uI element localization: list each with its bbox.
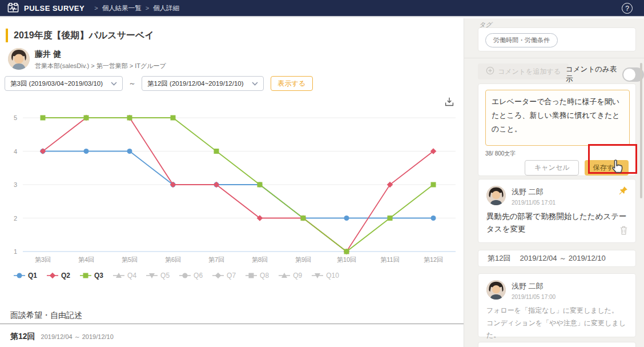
tag-pill[interactable]: 労働時間・労働条件 — [485, 33, 558, 47]
period-dates: 2019/12/04 ～ 2019/12/10 — [41, 333, 114, 341]
legend-item-q2[interactable]: Q2 — [47, 272, 70, 280]
top-navbar: PULSE SURVEY > 個人結果一覧 > 個人詳細 ? — [0, 0, 644, 17]
page-title: 2019年度【後期】パルスサーベイ — [14, 30, 154, 42]
comment-timestamp: 2019/11/05 17:01 — [512, 200, 556, 206]
cancel-button[interactable]: キャンセル — [525, 160, 579, 176]
legend-item-q5[interactable]: Q5 — [146, 272, 170, 280]
legend-label: Q10 — [326, 272, 339, 280]
comment-card: 浅野 二郎 2019/11/05 17:00 フォローを「指定なし」に変更しまし… — [478, 273, 636, 337]
comment-textarea[interactable]: エレベーターで合った時に様子を聞いたところ、新しい業務に慣れてきたとのこと。 — [485, 90, 630, 146]
comment-author-avatar — [486, 186, 506, 205]
pulse-survey-app: PULSE SURVEY > 個人結果一覧 > 個人詳細 ? 2019年度【後期… — [0, 0, 644, 347]
legend-marker-icon — [212, 272, 224, 279]
range-tilde: ～ — [128, 78, 136, 89]
chart-point-Q3 — [257, 182, 263, 188]
legend-marker-icon — [179, 272, 191, 279]
x-tick-label: 第3回 — [35, 256, 51, 263]
legend-item-q4[interactable]: Q4 — [113, 272, 136, 280]
chart-point-Q1 — [84, 149, 89, 154]
comments-only-label: コメントのみ表示 — [566, 65, 618, 84]
chart-legend: Q1Q2Q3Q4Q5Q6Q7Q8Q9Q10 — [14, 272, 339, 280]
legend-label: Q9 — [293, 272, 302, 280]
chart-point-Q3 — [127, 115, 132, 121]
help-icon[interactable]: ? — [622, 3, 633, 14]
sidebar-scrollbar[interactable] — [640, 63, 642, 198]
chart-point-Q3 — [41, 115, 46, 121]
legend-item-q6[interactable]: Q6 — [179, 272, 203, 280]
user-avatar — [8, 48, 30, 70]
breadcrumb-separator: > — [146, 5, 149, 11]
legend-label: Q8 — [260, 272, 269, 280]
x-tick-label: 第6回 — [165, 256, 181, 263]
chart-point-Q3 — [301, 216, 306, 221]
circle-plus-icon — [486, 66, 494, 77]
main-panel: 2019年度【後期】パルスサーベイ 藤井 健 営業本部(salesDiv.) >… — [0, 18, 464, 347]
show-button[interactable]: 表示する — [271, 76, 313, 91]
x-tick-label: 第10回 — [337, 256, 356, 263]
chart-point-Q1 — [431, 216, 436, 221]
legend-marker-icon — [80, 272, 91, 279]
x-tick-label: 第8回 — [252, 256, 268, 263]
chart-point-Q3 — [84, 115, 89, 121]
comment-author-avatar — [486, 280, 506, 300]
x-tick-label: 第9回 — [295, 256, 311, 263]
chart-point-Q3 — [388, 216, 393, 221]
chart-point-Q3 — [344, 249, 349, 254]
x-tick-label: 第7回 — [208, 256, 224, 263]
breadcrumb-separator: > — [94, 5, 98, 11]
x-tick-label: 第4回 — [78, 256, 94, 263]
legend-item-q7[interactable]: Q7 — [212, 272, 236, 280]
comment-author-name: 浅野 二郎 — [512, 187, 556, 197]
x-tick-label: 第11回 — [380, 256, 399, 263]
user-name: 藤井 健 — [35, 49, 166, 59]
legend-item-q9[interactable]: Q9 — [279, 272, 302, 280]
chevron-down-icon — [252, 80, 258, 87]
comment-card-partial — [478, 342, 636, 347]
legend-item-q8[interactable]: Q8 — [245, 272, 269, 280]
legend-item-q1[interactable]: Q1 — [14, 272, 37, 280]
x-tick-label: 第12回 — [424, 256, 443, 263]
pin-icon[interactable] — [617, 185, 629, 199]
chart-point-Q3 — [171, 115, 176, 121]
legend-item-q10[interactable]: Q10 — [312, 272, 339, 280]
chart-point-Q3 — [431, 182, 436, 188]
breadcrumb-personal-results[interactable]: 個人結果一覧 — [102, 4, 142, 13]
legend-label: Q3 — [94, 272, 103, 280]
legend-label: Q7 — [227, 272, 236, 280]
comment-card: 浅野 二郎 2019/11/05 17:01 異動先の部署で勤務開始したためステ… — [478, 179, 636, 243]
legend-item-q3[interactable]: Q3 — [80, 272, 103, 280]
free-text-section-heading: 面談希望・自由記述 — [10, 310, 82, 321]
comment-text: 異動先の部署で勤務開始したためステータスを変更 — [486, 210, 627, 236]
comment-timestamp: 2019/11/05 17:00 — [512, 294, 556, 300]
legend-marker-icon — [312, 272, 323, 279]
trash-icon[interactable] — [619, 225, 629, 238]
x-tick-label: 第5回 — [122, 256, 138, 263]
chart-point-Q3 — [214, 149, 219, 154]
title-accent-bar — [6, 29, 8, 42]
period-card-dates: 2019/12/04 ～ 2019/12/10 — [520, 253, 605, 264]
y-tick-label: 1 — [14, 248, 17, 255]
legend-marker-icon — [279, 272, 290, 279]
y-tick-label: 5 — [14, 114, 17, 121]
legend-label: Q6 — [194, 272, 203, 280]
comment-log-text: フォローを「指定なし」に変更しました。 コンディションを「やや注意」に変更しまし… — [486, 305, 627, 347]
period-from-select[interactable]: 第3回 (2019/03/04~2019/03/10) — [5, 76, 123, 91]
pulse-line-chart: 12345第3回第4回第5回第6回第7回第8回第9回第10回第11回第12回 — [0, 97, 464, 269]
period-label: 第12回 — [10, 332, 35, 342]
legend-label: Q1 — [28, 272, 37, 280]
comments-sidebar: タグ 労働時間・労働条件 コメントを追加する コメントのみ表示 エレベーターで合… — [464, 18, 644, 347]
legend-marker-icon — [245, 272, 257, 279]
section-divider — [0, 324, 464, 324]
pulse-survey-logo-icon — [7, 2, 19, 14]
add-comment-button[interactable]: コメントを追加する — [478, 63, 569, 79]
app-title: PULSE SURVEY — [24, 4, 84, 13]
toggle-knob — [623, 69, 635, 81]
period-separator-card: 第12回 2019/12/04 ～ 2019/12/10 — [478, 250, 636, 267]
hand-cursor-icon — [609, 158, 626, 177]
chart-point-Q1 — [127, 149, 132, 154]
legend-label: Q2 — [61, 272, 70, 280]
period-to-select[interactable]: 第12回 (2019/12/04~2019/12/10) — [142, 76, 263, 91]
legend-marker-icon — [14, 272, 25, 279]
comment-author-name: 浅野 二郎 — [512, 281, 556, 292]
sidebar-divider — [464, 58, 644, 58]
